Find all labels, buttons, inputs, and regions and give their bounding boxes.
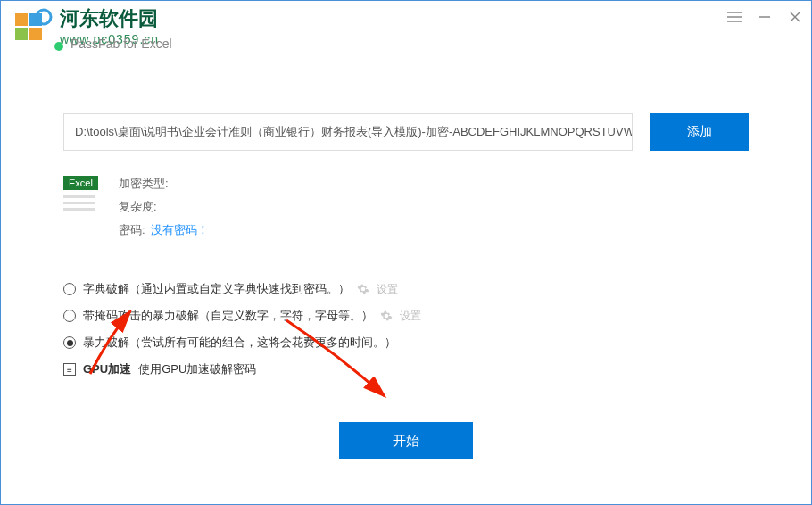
start-button[interactable]: 开始 [339,422,473,459]
gpu-desc: 使用GPU加速破解密码 [138,361,256,377]
app-window: 河东软件园 www.pc0359.cn PassFab for Excel D:… [0,0,812,505]
gpu-option[interactable]: ≡ GPU加速 使用GPU加速破解密码 [63,361,749,377]
settings-link[interactable]: 设置 [400,309,421,324]
svg-rect-3 [29,28,42,40]
option-mask-label: 带掩码攻击的暴力破解（自定义数字，字符，字母等。） [83,308,373,324]
menu-button[interactable] [725,8,743,26]
option-mask[interactable]: 带掩码攻击的暴力破解（自定义数字，字符，字母等。） 设置 [63,308,749,324]
main-content: D:\tools\桌面\说明书\企业会计准则（商业银行）财务报表(导入模版)-加… [1,51,811,459]
gpu-label: GPU加速 [83,361,131,377]
add-button[interactable]: 添加 [650,113,749,151]
file-type-icon: Excel [63,176,103,238]
settings-link[interactable]: 设置 [377,282,398,297]
close-button[interactable] [786,8,804,26]
password-label: 密码: [119,222,145,238]
titlebar: 河东软件园 www.pc0359.cn PassFab for Excel [1,1,811,51]
radio-dictionary[interactable] [63,283,76,295]
password-value: 没有密码！ [151,222,209,238]
radio-bruteforce[interactable] [63,336,76,349]
svg-rect-0 [15,13,28,26]
file-path-row: D:\tools\桌面\说明书\企业会计准则（商业银行）财务报表(导入模版)-加… [63,113,749,151]
minimize-button[interactable] [756,8,774,26]
option-bruteforce-label: 暴力破解（尝试所有可能的组合，这将会花费更多的时间。） [83,335,396,351]
logo-icon [10,4,53,47]
status-dot [54,42,63,51]
file-path-value: D:\tools\桌面\说明书\企业会计准则（商业银行）财务报表(导入模版)-加… [75,124,633,140]
gpu-checkbox[interactable]: ≡ [63,363,76,376]
gear-icon[interactable] [380,310,393,322]
option-dictionary[interactable]: 字典破解（通过内置或自定义字典快速找到密码。） 设置 [63,281,749,297]
radio-mask[interactable] [63,310,76,322]
complexity-label: 复杂度: [119,199,157,215]
option-dictionary-label: 字典破解（通过内置或自定义字典快速找到密码。） [83,281,350,297]
encrypt-type-label: 加密类型: [119,176,169,192]
file-path-input[interactable]: D:\tools\桌面\说明书\企业会计准则（商业银行）财务报表(导入模版)-加… [63,113,633,151]
file-meta: 加密类型: 复杂度: 密码: 没有密码！ [119,176,209,238]
file-info: Excel 加密类型: 复杂度: 密码: 没有密码！ [63,176,749,238]
excel-badge: Excel [63,176,98,190]
watermark-brand: 河东软件园 [60,5,159,32]
svg-rect-2 [15,28,28,40]
gear-icon[interactable] [357,283,369,295]
option-bruteforce[interactable]: 暴力破解（尝试所有可能的组合，这将会花费更多的时间。） [63,335,749,351]
app-title: PassFab for Excel [70,37,172,51]
attack-options: 字典破解（通过内置或自定义字典快速找到密码。） 设置 带掩码攻击的暴力破解（自定… [63,281,749,377]
window-controls [725,8,804,26]
